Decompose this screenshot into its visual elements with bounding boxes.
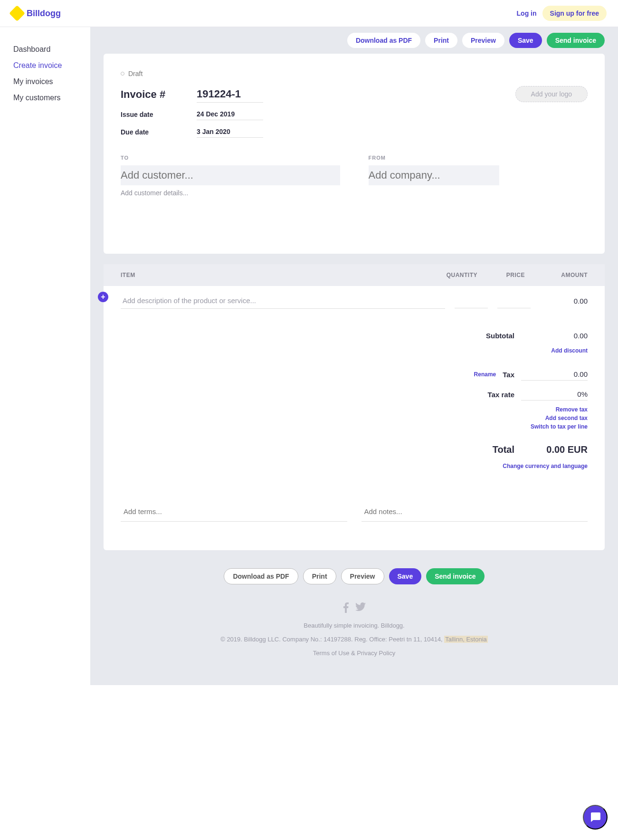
to-header: TO <box>121 155 340 161</box>
remove-tax-button[interactable]: Remove tax <box>556 406 588 413</box>
footer-tagline: Beautifully simple invoicing. Billdogg. <box>90 622 618 629</box>
subtotal-label: Subtotal <box>486 332 514 340</box>
item-quantity-input[interactable] <box>455 293 488 308</box>
privacy-link[interactable]: Privacy Policy <box>357 649 395 657</box>
add-item-button[interactable]: + <box>98 292 108 302</box>
status-row: Draft <box>121 70 588 77</box>
download-pdf-button-bottom[interactable]: Download as PDF <box>224 568 298 584</box>
change-currency-button[interactable]: Change currency and language <box>503 463 588 469</box>
download-pdf-button[interactable]: Download as PDF <box>347 33 420 48</box>
total-value: 0.00 EUR <box>521 444 588 455</box>
col-item: ITEM <box>107 272 430 278</box>
invoice-number-label: Invoice # <box>121 88 197 101</box>
col-amount: AMOUNT <box>525 272 601 278</box>
action-bar-top: Download as PDF Print Preview Save Send … <box>90 27 618 54</box>
tax-label: Tax <box>503 371 514 379</box>
subtotal-value: 0.00 <box>521 332 588 340</box>
tax-rate-label: Tax rate <box>488 391 514 399</box>
footer-legal: © 2019. Billdogg LLC. Company No.: 14197… <box>90 636 618 643</box>
customer-input[interactable] <box>121 165 340 185</box>
item-price-input[interactable] <box>497 293 531 308</box>
col-price: PRICE <box>477 272 525 278</box>
issue-date-input[interactable]: 24 Dec 2019 <box>197 108 263 120</box>
print-button[interactable]: Print <box>425 33 457 48</box>
status-text: Draft <box>128 70 143 77</box>
item-description-input[interactable] <box>121 293 445 309</box>
terms-input[interactable] <box>121 502 347 522</box>
nav-dashboard[interactable]: Dashboard <box>13 41 90 57</box>
facebook-link[interactable] <box>343 602 349 614</box>
top-header: Billdogg Log in Sign up for free <box>0 0 618 27</box>
add-logo-button[interactable]: Add your logo <box>515 86 588 102</box>
due-date-label: Due date <box>121 128 197 136</box>
nav-my-invoices[interactable]: My invoices <box>13 74 90 90</box>
preview-button-bottom[interactable]: Preview <box>341 568 384 584</box>
status-dot-icon <box>121 72 124 76</box>
total-label: Total <box>493 444 514 455</box>
footer: Beautifully simple invoicing. Billdogg. … <box>90 596 618 685</box>
terms-link[interactable]: Terms of Use <box>313 649 350 657</box>
logo-star-icon <box>9 5 25 21</box>
brand-name: Billdogg <box>27 9 61 19</box>
twitter-link[interactable] <box>355 602 366 614</box>
twitter-icon <box>355 602 366 611</box>
tax-value: 0.00 <box>521 368 588 381</box>
print-button-bottom[interactable]: Print <box>303 568 336 584</box>
nav-my-customers[interactable]: My customers <box>13 90 90 106</box>
due-date-input[interactable]: 3 Jan 2020 <box>197 126 263 138</box>
tax-rate-value[interactable]: 0% <box>521 388 588 401</box>
plus-icon: + <box>101 293 105 301</box>
login-link[interactable]: Log in <box>517 10 537 17</box>
items-body: + 0.00 Subtotal 0.00 Add discount Rename <box>104 286 605 550</box>
company-input[interactable] <box>369 165 499 185</box>
line-item-row: 0.00 <box>121 293 588 309</box>
signup-button[interactable]: Sign up for free <box>542 6 607 21</box>
send-invoice-button[interactable]: Send invoice <box>547 33 605 48</box>
rename-tax-button[interactable]: Rename <box>474 371 496 378</box>
items-header: ITEM QUANTITY PRICE AMOUNT <box>104 264 605 286</box>
from-header: FROM <box>369 155 588 161</box>
notes-input[interactable] <box>361 502 588 522</box>
save-button[interactable]: Save <box>509 33 542 48</box>
invoice-card: Draft Invoice # 191224-1 Issue date 24 D… <box>104 54 605 254</box>
main-content: Download as PDF Print Preview Save Send … <box>90 27 618 685</box>
col-quantity: QUANTITY <box>430 272 477 278</box>
item-amount: 0.00 <box>531 297 588 305</box>
footer-location: Tallinn, Estonia <box>444 636 487 643</box>
preview-button[interactable]: Preview <box>462 33 504 48</box>
issue-date-label: Issue date <box>121 111 197 118</box>
nav-create-invoice[interactable]: Create invoice <box>13 57 90 74</box>
action-bar-bottom: Download as PDF Print Preview Save Send … <box>90 550 618 596</box>
top-actions: Log in Sign up for free <box>517 6 607 21</box>
add-second-tax-button[interactable]: Add second tax <box>545 415 588 421</box>
save-button-bottom[interactable]: Save <box>389 568 422 584</box>
sidebar: Dashboard Create invoice My invoices My … <box>0 27 90 685</box>
facebook-icon <box>343 602 349 613</box>
switch-tax-button[interactable]: Switch to tax per line <box>531 423 588 430</box>
invoice-number-input[interactable]: 191224-1 <box>197 86 263 103</box>
send-invoice-button-bottom[interactable]: Send invoice <box>426 568 484 584</box>
logo[interactable]: Billdogg <box>11 8 61 19</box>
add-discount-button[interactable]: Add discount <box>551 347 588 354</box>
customer-details-link[interactable]: Add customer details... <box>121 189 340 197</box>
